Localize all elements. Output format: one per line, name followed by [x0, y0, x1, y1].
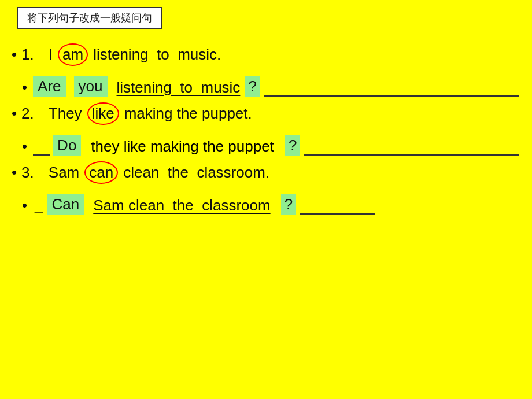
answer-row-2: • Do they like making the puppet ?	[12, 135, 520, 156]
answer-row-3: • _ Can Sam clean the classroom ?	[12, 194, 520, 215]
main-content: • 1. I am listening to music. • Are you …	[12, 43, 520, 220]
qmark-1: ?	[245, 76, 260, 97]
circled-am: am	[58, 43, 88, 66]
bullet-1: •	[12, 46, 17, 64]
bullet-2: •	[12, 105, 17, 123]
number-3: 3.	[21, 164, 34, 182]
sentence-2: • 2. They like making the puppet.	[12, 102, 520, 125]
title-text: 将下列句子改成一般疑问句	[27, 12, 152, 24]
word-I: I	[49, 46, 53, 64]
word-clean: clean the classroom.	[123, 164, 269, 182]
blank-before-do	[33, 139, 50, 156]
answer-are: Are	[33, 76, 65, 97]
number-2: 2.	[21, 105, 34, 123]
bullet-ans-2: •	[22, 138, 27, 156]
bullet-ans-3: •	[22, 197, 27, 215]
sentence-3: • 3. Sam can clean the classroom.	[12, 161, 520, 184]
answer-you: you	[74, 76, 108, 97]
word-listening-to-music: listening to music.	[93, 46, 221, 64]
word-they: They	[49, 105, 82, 123]
circled-like: like	[87, 102, 119, 125]
number-1: 1.	[21, 46, 34, 64]
word-making: making the puppet.	[124, 105, 252, 123]
circled-can: can	[84, 161, 118, 184]
blank-2	[304, 139, 519, 156]
blank-1	[264, 80, 519, 97]
answer-row-1: • Are you listening to music ?	[12, 76, 520, 97]
sentence-1: • 1. I am listening to music.	[12, 43, 520, 66]
bullet-ans-1: •	[22, 79, 27, 97]
answer-can: Can	[47, 194, 84, 215]
blank-3	[300, 198, 375, 215]
qmark-3: ?	[281, 194, 296, 215]
qmark-2: ?	[285, 135, 300, 156]
bullet-3: •	[12, 164, 17, 182]
answer-phrase-3: Sam clean the classroom	[93, 197, 270, 215]
title-box: 将下列句子改成一般疑问句	[17, 7, 162, 29]
answer-phrase-1: listening to music	[117, 79, 241, 97]
word-they-like: they like making the puppet	[91, 138, 274, 156]
word-underscore: _	[35, 197, 43, 215]
answer-do: Do	[53, 135, 81, 156]
word-sam: Sam	[49, 164, 79, 182]
